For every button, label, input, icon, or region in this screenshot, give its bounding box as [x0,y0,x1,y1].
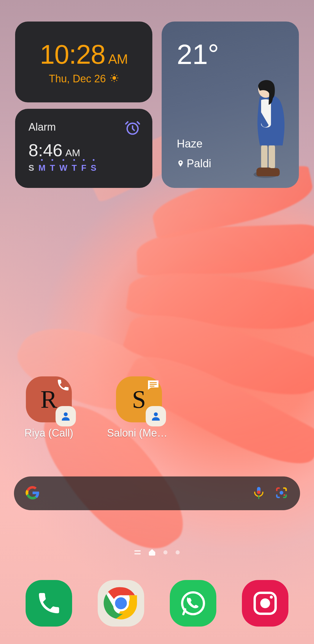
page-dot-icon[interactable] [176,550,180,554]
svg-line-8 [116,75,117,76]
svg-line-4 [116,80,117,81]
svg-point-29 [260,598,270,608]
svg-rect-12 [269,144,275,169]
alarm-day-thu: T [72,163,77,173]
alarm-day-sat: S [91,163,96,173]
clock-time: 10:28 [40,39,105,70]
svg-point-23 [283,494,285,496]
weather-temp: 21° [177,38,219,70]
svg-point-22 [280,491,283,495]
alarm-days: S M T W T F S [28,163,139,173]
dock-app-chrome[interactable] [98,580,144,627]
svg-line-3 [111,75,112,76]
weather-illustration [241,77,287,179]
weather-location: Paldi [187,157,211,170]
svg-rect-16 [150,384,157,385]
svg-rect-11 [261,144,267,169]
clock-widget[interactable]: 10:28 AM Thu, Dec 26 [15,22,152,102]
shortcut-letter: R [40,385,57,414]
shortcut-label: Saloni (Mes... [107,427,171,439]
dock-app-instagram[interactable] [242,580,288,627]
alarm-day-wed: W [59,163,67,173]
google-g-icon [26,486,40,501]
alarm-day-sun: S [28,163,34,173]
contact-shortcut-riya-call[interactable]: R Riya (Call) [23,376,75,439]
svg-rect-15 [150,382,157,383]
home-page-indicator-icon[interactable] [149,549,155,556]
weather-condition: Haze [177,138,203,150]
weather-widget[interactable]: 21° Haze Paldi [162,22,299,188]
phone-icon [56,378,70,392]
svg-point-18 [154,412,158,416]
page-indicator[interactable] [0,549,314,556]
sunny-icon [110,73,119,85]
alarm-time: 8:46 [28,140,63,160]
clock-ampm: AM [108,51,128,67]
dock-app-whatsapp[interactable] [170,580,216,627]
contact-badge-icon [56,406,76,426]
shortcut-letter: S [132,385,146,414]
message-icon [146,378,160,392]
svg-rect-17 [150,386,154,387]
alarm-widget[interactable]: Alarm 8:46 AM S M T W T F S [15,109,152,188]
svg-rect-20 [257,490,261,494]
contact-badge-icon [146,406,166,426]
svg-point-0 [113,77,116,79]
contact-shortcut-saloni-message[interactable]: S Saloni (Mes... [113,376,165,439]
alarm-ampm: AM [65,147,80,159]
google-lens-icon[interactable] [274,486,288,501]
alarm-clock-icon [124,120,141,136]
mic-icon[interactable] [252,486,266,501]
alarm-day-mon: M [38,163,45,173]
alarm-day-tue: T [50,163,55,173]
alarm-title: Alarm [28,121,139,133]
page-dot-icon[interactable] [163,550,167,554]
svg-line-7 [111,80,112,81]
location-pin-icon [177,157,184,170]
svg-point-30 [270,596,273,599]
dock-app-phone[interactable] [26,580,72,627]
svg-point-14 [64,412,67,416]
google-search-bar[interactable] [14,476,300,510]
shortcut-label: Riya (Call) [24,427,73,439]
dock [0,580,314,627]
alarm-day-fri: F [81,163,86,173]
clock-date: Thu, Dec 26 [49,73,106,85]
apps-drawer-icon[interactable] [134,550,141,555]
